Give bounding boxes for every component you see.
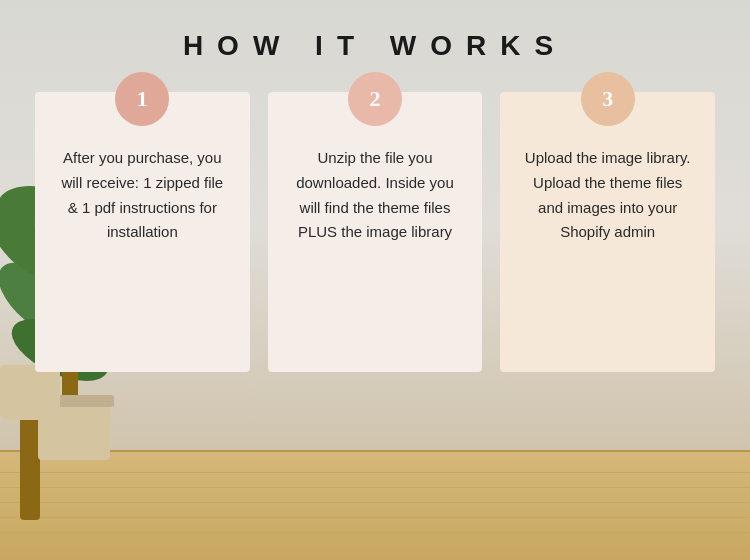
cards-container: 1 After you purchase, you will receive: … [35,92,715,372]
step-3-circle: 3 [581,72,635,126]
main-content: HOW IT WORKS 1 After you purchase, you w… [0,0,750,392]
step-1-text: After you purchase, you will receive: 1 … [55,146,230,245]
step-1-circle: 1 [115,72,169,126]
step-3-card: 3 Upload the image library. Upload the t… [500,92,715,372]
step-1-card: 1 After you purchase, you will receive: … [35,92,250,372]
svg-rect-8 [38,400,110,460]
page-title: HOW IT WORKS [20,30,730,62]
step-3-text: Upload the image library. Upload the the… [520,146,695,245]
step-2-circle: 2 [348,72,402,126]
step-2-text: Unzip the file you downloaded. Inside yo… [288,146,463,245]
svg-rect-9 [34,395,114,407]
step-2-card: 2 Unzip the file you downloaded. Inside … [268,92,483,372]
